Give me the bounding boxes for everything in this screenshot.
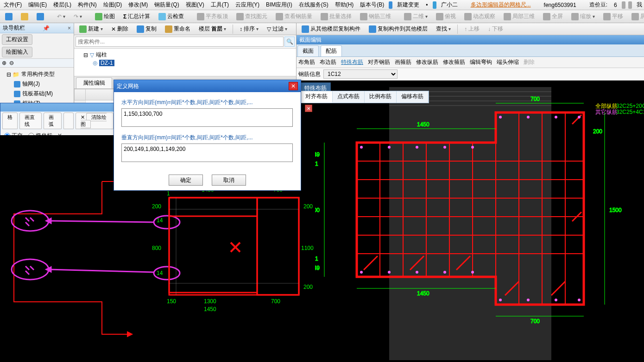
filter-button[interactable]: ▽ 过滤▾: [264, 24, 290, 34]
tree-raft[interactable]: 筏板基础(M): [2, 89, 72, 99]
redo-button[interactable]: ↷▾: [70, 12, 85, 22]
msg-icon[interactable]: [628, 1, 632, 9]
menu-floor[interactable]: 楼层(L): [51, 0, 73, 10]
act-modv[interactable]: 修改纵筋: [416, 58, 438, 66]
menu-file[interactable]: 文件(F): [2, 0, 24, 10]
h-input[interactable]: [121, 108, 293, 127]
view2d-button[interactable]: 二维▾: [401, 12, 431, 22]
member-node-dz1[interactable]: ◎ DZ-1: [77, 59, 293, 67]
sidebar-close-icon[interactable]: ×: [68, 25, 71, 31]
mini-close-icon[interactable]: ✕: [305, 105, 312, 112]
new-member-button[interactable]: 新建▾: [76, 24, 106, 34]
copyfrom-button[interactable]: 从其他楼层复制构件: [298, 24, 364, 34]
draw-mini-toolbar: 格 画直线 画弧 ✕ 清除绘图 正交 极坐标 X =: [0, 103, 116, 135]
menu-help[interactable]: 帮助(H): [333, 0, 356, 10]
act-hook[interactable]: 编辑弯钩: [470, 58, 492, 66]
pan-button[interactable]: 平移: [600, 12, 626, 22]
sort-button[interactable]: ↕ 排序▾: [236, 24, 262, 34]
ok-button[interactable]: 确定: [169, 175, 203, 186]
sidebar-tab-settings[interactable]: 工程设置: [2, 34, 32, 45]
opt-align[interactable]: 对齐布筋: [301, 91, 333, 103]
act-del[interactable]: 删除: [524, 58, 535, 66]
search-button[interactable]: 🔍: [284, 37, 295, 47]
screenrot-button[interactable]: 屏幕旋转▾: [628, 12, 644, 22]
menu-bim[interactable]: BIM应用(I): [264, 0, 294, 10]
act-end[interactable]: 端头伸缩: [497, 58, 519, 66]
menu-modify[interactable]: 修改(M): [126, 0, 150, 10]
menu-version[interactable]: 版本号(B): [358, 0, 386, 10]
zoom-button[interactable]: 缩放▾: [568, 12, 598, 22]
user-icon-label[interactable]: 广小二: [439, 0, 460, 10]
prop-tab-edit[interactable]: 属性编辑: [76, 77, 112, 88]
flatten-button[interactable]: 平齐板顶: [194, 12, 231, 22]
batchsel-button[interactable]: 批量选择: [317, 12, 355, 22]
fullscreen-button[interactable]: 全屏: [540, 12, 566, 22]
act-special[interactable]: 特殊布筋: [341, 58, 363, 66]
local3d-button[interactable]: 局部三维: [500, 12, 538, 22]
floor-select[interactable]: 楼层 首层 ▾: [196, 24, 229, 34]
new-doc-button[interactable]: [2, 12, 16, 22]
menu-rebar[interactable]: 钢筋量(Q): [152, 0, 181, 10]
username[interactable]: feng6503991: [542, 1, 578, 9]
act-align[interactable]: 对齐钢筋: [368, 58, 390, 66]
right-canvas[interactable]: 1450 700 200 1500 149 1 800 1 149 1450 7…: [297, 81, 644, 362]
menu-draw[interactable]: 绘图(D): [101, 0, 124, 10]
undo-button[interactable]: ↶▾: [54, 12, 69, 22]
pin-icon[interactable]: 📌: [43, 25, 50, 31]
copy-member-button[interactable]: 复制: [133, 24, 160, 34]
mini-tab-line[interactable]: 画直线: [19, 112, 42, 129]
del-member-button[interactable]: ✕ 删除: [108, 24, 132, 34]
draw-button[interactable]: 绘图: [92, 12, 118, 22]
sidebar-tabs: 工程设置: [0, 33, 74, 46]
v-input[interactable]: [121, 144, 293, 162]
menu-edit[interactable]: 编辑(E): [26, 0, 49, 10]
mini-clear[interactable]: ✕ 清除绘图: [76, 112, 114, 129]
cancel-button[interactable]: 取消: [212, 175, 246, 186]
viewrebar-button[interactable]: 查看钢筋量: [272, 12, 316, 22]
sidebar-tab-draw[interactable]: 绘图输入: [2, 47, 32, 57]
act-mods[interactable]: 修改箍筋: [443, 58, 465, 66]
newchange-link[interactable]: 新建变更: [395, 0, 421, 10]
rebar-info-select[interactable]: 1C12: [323, 69, 398, 79]
rename-button[interactable]: 重命名: [162, 24, 194, 34]
act-stirrup[interactable]: 画箍筋: [395, 58, 411, 66]
menu-tools[interactable]: 工具(T): [209, 0, 231, 10]
save-button[interactable]: [33, 12, 47, 22]
menu-online[interactable]: 在线服务(S): [297, 0, 330, 10]
tab-section[interactable]: 截面: [297, 45, 319, 56]
dynview-button[interactable]: 动态观察: [461, 12, 499, 22]
opt-offset[interactable]: 偏移布筋: [397, 91, 429, 103]
svg-text:1: 1: [315, 161, 318, 167]
copyto-button[interactable]: 复制构件到其他楼层: [366, 24, 431, 34]
opt-ratio[interactable]: 比例布筋: [365, 91, 397, 103]
expand-icon[interactable]: ⊕: [2, 60, 6, 66]
mini-tab-arc[interactable]: 画弧: [44, 112, 62, 129]
sum-button[interactable]: Σ 汇总计算: [120, 12, 153, 22]
search-input[interactable]: [76, 37, 284, 47]
find-button[interactable]: 查找▾: [433, 24, 454, 34]
tab-rebar[interactable]: 配筋: [321, 45, 342, 56]
dialog-close-icon[interactable]: ✕: [289, 82, 298, 90]
open-button[interactable]: [18, 12, 32, 22]
member-node-parent[interactable]: ⊟ ▽ 端柱: [77, 50, 293, 59]
collapse-icon[interactable]: ⊖: [9, 60, 14, 66]
tree-root[interactable]: ⊟ 📁 常用构件类型: [2, 69, 72, 79]
menu-view[interactable]: 视图(V): [184, 0, 206, 10]
mini-tab-grid[interactable]: 格: [2, 112, 18, 129]
dialog-titlebar[interactable]: 定义网格 ✕: [114, 80, 301, 92]
opt-point[interactable]: 点式布筋: [333, 91, 365, 103]
rebar3d-button[interactable]: 钢筋三维: [357, 12, 394, 22]
movedown-button[interactable]: ↓ 下移: [485, 24, 506, 34]
moveup-button[interactable]: ↑ 上移: [461, 24, 483, 34]
me-label[interactable]: 我: [635, 0, 644, 10]
act-edge[interactable]: 布边筋: [320, 58, 336, 66]
tree-axis[interactable]: 轴网(J): [2, 79, 72, 89]
bird-button[interactable]: 俯视: [433, 12, 459, 22]
notice-link[interactable]: 多边形编辑器的网格尺...: [469, 0, 533, 10]
refresh-icon[interactable]: [622, 1, 625, 9]
act-corner[interactable]: 布角筋: [298, 58, 315, 66]
menu-cloud[interactable]: 云应用(Y): [234, 0, 261, 10]
findview-button[interactable]: 查找图元: [233, 12, 271, 22]
menu-member[interactable]: 构件(N): [76, 0, 99, 10]
cloud-button[interactable]: 云检查: [155, 12, 187, 22]
